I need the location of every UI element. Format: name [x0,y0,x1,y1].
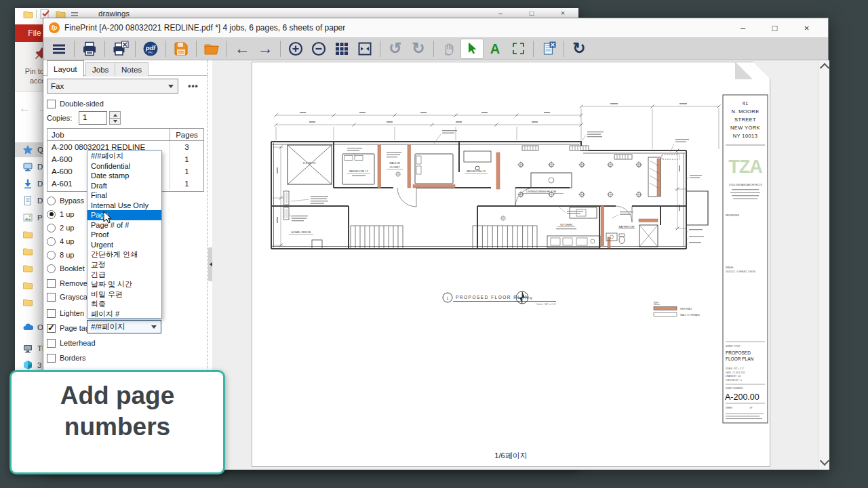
dropdown-option[interactable]: 최종 [87,299,161,309]
back-arrow-icon[interactable]: ← [19,102,37,115]
tab-jobs[interactable]: Jobs [85,62,115,77]
lighten-checkbox[interactable]: Lighten [47,308,84,319]
pc-icon [22,343,33,354]
radio-icon [47,224,56,232]
minimize-button[interactable]: – [727,23,759,33]
copies-input[interactable]: 1 [79,111,107,125]
scroll-down-icon[interactable] [820,456,829,466]
tab-notes[interactable]: Notes [115,62,149,77]
tb-firm: TODD ZWIGARD ARCHITECTS [729,184,763,186]
dropdown-option[interactable]: Draft [87,181,161,191]
dropdown-option[interactable]: Page # of # [87,220,161,230]
fineprint-titlebar[interactable]: fp FinePrint [A-200 08032021 REDLINE.pdf… [43,18,828,38]
menu-icon[interactable] [71,11,78,18]
hamburger-icon [50,40,68,58]
key-title: KEY: [654,302,659,304]
svg-text:PRO: PRO [148,52,153,54]
borders-checkbox[interactable]: Borders [47,352,86,363]
dropdown-option[interactable]: Internal Use Only [87,201,161,211]
tb-address-1: 41 [742,100,748,106]
pan-tool-button[interactable] [437,39,460,59]
radio-bypass[interactable]: Bypass [47,195,84,206]
radio-4-up[interactable]: 4 up [47,236,74,247]
zoom-out-icon [310,40,328,58]
tab-layout[interactable]: Layout [47,60,84,77]
dropdown-option[interactable]: 간단하게 인쇄 [87,249,161,260]
text-tool-icon: A [490,42,500,56]
multi-page-view-button[interactable] [330,39,353,59]
dropdown-option[interactable]: 비밀 우편 [87,289,161,300]
copies-stepper[interactable] [109,111,121,125]
maximize-button[interactable]: □ [516,8,547,18]
radio-2-up[interactable]: 2 up [47,222,74,233]
minimize-button[interactable]: – [485,8,516,18]
dropdown-option-selected[interactable]: Page [87,210,161,220]
save-button[interactable] [170,39,193,59]
preview-scrollbar[interactable] [818,60,829,470]
maximize-button[interactable]: □ [759,23,791,33]
dropdown-option[interactable]: Urgent [87,240,161,250]
menu-button[interactable] [47,39,71,59]
zoom-in-button[interactable] [284,39,307,59]
tb-issue-entry: 08/03/2021 : SCHEMATIC DESIGN [726,270,755,273]
plan-walls [271,142,708,249]
key-wall-remain: WALL TO REMAIN [680,314,700,317]
page-tag-checkbox[interactable]: Page tag [47,323,90,333]
close-button[interactable]: × [547,8,578,18]
preview-page[interactable]: ELEVATOR BEDROOM #1 WALK-IN CLOSET [252,62,770,467]
select-tool-button[interactable] [460,39,484,59]
folder-icon[interactable] [23,9,33,18]
pdf-button[interactable]: pdfPRO [139,39,162,59]
zoom-out-button[interactable] [307,39,330,59]
page-dogear-fold [735,62,753,79]
dropdown-option[interactable]: Proof [87,230,161,240]
dropdown-option[interactable]: Date stamp [87,171,161,181]
mouse-cursor-icon [103,211,113,224]
redo-button[interactable]: ↻ [407,39,430,59]
close-button[interactable]: × [791,23,823,33]
fit-page-button[interactable] [353,39,376,59]
home-office-label: HOME OFFICE [291,230,311,234]
printer-more-button[interactable]: ••• [184,81,203,92]
dropdown-option[interactable]: 페이지 # [87,309,161,319]
printer-select[interactable]: Fax [47,79,178,94]
grid-icon [333,40,351,58]
cursor-arrow-icon [463,40,481,58]
previous-page-button[interactable]: ← [231,39,254,59]
cancel-print-button[interactable] [108,39,132,59]
dropdown-option[interactable]: 교정 [87,260,161,270]
dropdown-option[interactable]: Final [87,190,161,201]
dropdown-option[interactable]: Confidential [87,161,161,171]
folder-icon [22,280,33,291]
text-tool-button[interactable]: A [484,39,507,59]
document-delete-icon [540,40,557,58]
radio-1-up[interactable]: 1 up [47,209,74,220]
delete-page-button[interactable] [537,39,560,59]
scroll-up-icon[interactable] [820,63,829,73]
dropdown-option[interactable]: #/#페이지 [87,151,161,161]
print-button[interactable] [78,39,101,59]
next-page-button[interactable]: → [254,39,277,59]
window-title: FinePrint [A-200 08032021 REDLINE.pdf *]… [64,23,345,33]
radio-icon [47,264,56,273]
tb-sheet-label: SHEET [726,407,733,409]
radio-booklet[interactable]: Booklet [47,263,85,274]
folder-icon [22,229,33,240]
copies-control: Copies: 1 [47,111,182,125]
chevron-down-icon [151,325,157,329]
letterhead-checkbox[interactable]: Letterhead [47,338,96,348]
undo-icon: ↺ [389,41,401,56]
double-sided-checkbox[interactable]: Double-sided [47,98,104,109]
open-button[interactable] [200,39,223,59]
tb-sheet-number-label: SHEET NUMBER : [726,387,744,390]
page-tag-preview-text: 1/6페이지 [252,451,770,461]
refresh-icon: ↻ [572,41,585,56]
dropdown-option[interactable]: 긴급 [87,270,161,280]
page-tag-combo[interactable]: #/#페이지 [87,320,161,333]
radio-8-up[interactable]: 8 up [47,249,74,260]
refresh-button[interactable]: ↻ [568,39,591,59]
dropdown-option[interactable]: 날짜 및 시간 [87,279,161,289]
redo-icon: ↻ [412,41,425,56]
undo-button[interactable]: ↺ [384,39,407,59]
select-region-button[interactable] [507,39,530,59]
